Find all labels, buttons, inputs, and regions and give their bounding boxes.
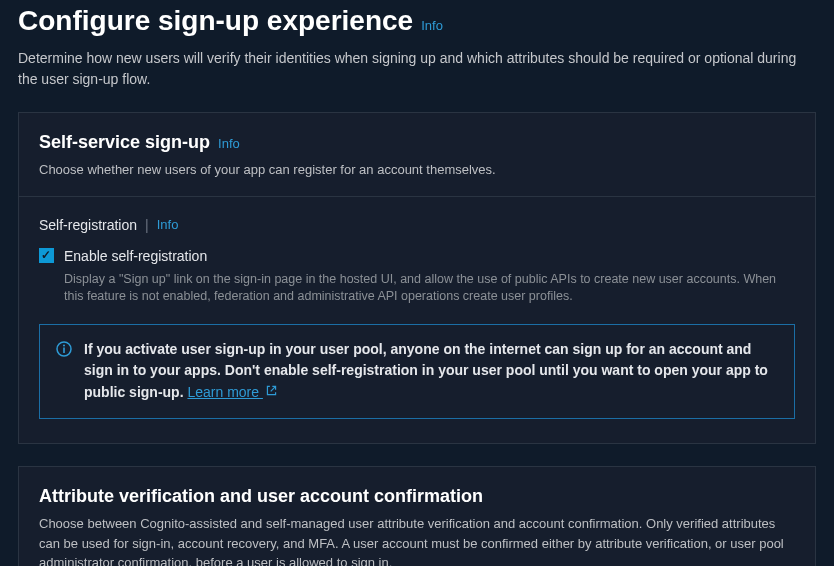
panel-info-link[interactable]: Info [218, 134, 240, 154]
panel-description: Choose between Cognito-assisted and self… [39, 514, 795, 566]
enable-self-registration-checkbox[interactable] [39, 248, 54, 263]
learn-more-link[interactable]: Learn more [187, 384, 277, 400]
attribute-verification-panel: Attribute verification and user account … [18, 466, 816, 566]
checkbox-label: Enable self-registration [64, 246, 207, 267]
enable-self-registration-row: Enable self-registration [39, 246, 795, 267]
svg-point-1 [63, 344, 65, 346]
section-label: Self-registration [39, 215, 137, 236]
alert-text: If you activate user sign-up in your use… [84, 339, 778, 405]
panel-header: Attribute verification and user account … [19, 467, 815, 566]
panel-title: Attribute verification and user account … [39, 486, 483, 506]
panel-title: Self-service sign-up [39, 129, 210, 156]
page-info-link[interactable]: Info [421, 16, 443, 36]
svg-rect-2 [63, 347, 65, 353]
page-description: Determine how new users will verify thei… [18, 48, 808, 90]
section-info-link[interactable]: Info [157, 215, 179, 235]
learn-more-text: Learn more [187, 384, 259, 400]
page-title: Configure sign-up experience [18, 0, 413, 42]
panel-description: Choose whether new users of your app can… [39, 160, 795, 180]
info-icon [56, 341, 72, 363]
self-service-signup-panel: Self-service sign-up Info Choose whether… [18, 112, 816, 444]
info-alert: If you activate user sign-up in your use… [39, 324, 795, 420]
panel-header: Self-service sign-up Info Choose whether… [19, 113, 815, 197]
external-link-icon [265, 382, 278, 404]
panel-body: Self-registration | Info Enable self-reg… [19, 197, 815, 444]
section-label-row: Self-registration | Info [39, 215, 795, 236]
checkbox-description: Display a "Sign up" link on the sign-in … [64, 271, 795, 306]
divider: | [145, 215, 149, 236]
